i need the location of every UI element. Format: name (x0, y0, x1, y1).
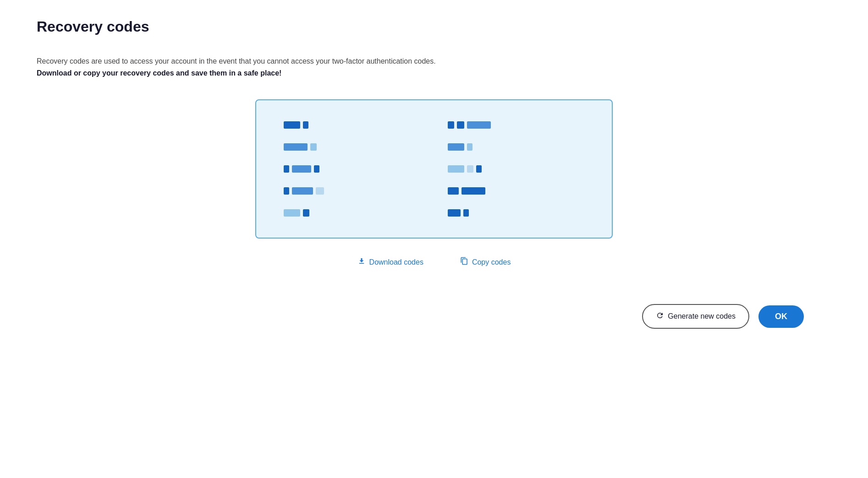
copy-codes-label: Copy codes (472, 258, 511, 266)
ok-button[interactable]: OK (758, 305, 804, 328)
code-row-4-right (448, 185, 584, 197)
code-actions: Download codes Copy codes (37, 257, 831, 267)
code-row-2-left (284, 141, 420, 153)
footer-actions: Generate new codes OK (37, 304, 831, 329)
download-codes-label: Download codes (369, 258, 423, 266)
code-row-4-left (284, 185, 420, 197)
code-row-3-left (284, 163, 420, 175)
code-row-5-right (448, 206, 584, 219)
download-icon (357, 257, 366, 267)
code-row-5-left (284, 206, 420, 219)
warning-text: Download or copy your recovery codes and… (37, 69, 831, 77)
refresh-icon (656, 311, 664, 321)
description-text: Recovery codes are used to access your a… (37, 57, 449, 65)
code-row-2-right (448, 141, 584, 153)
code-row-3-right (448, 163, 584, 175)
generate-new-codes-button[interactable]: Generate new codes (642, 304, 749, 329)
page-title: Recovery codes (37, 18, 831, 35)
code-row-1-right (448, 119, 584, 131)
generate-new-codes-label: Generate new codes (668, 312, 736, 320)
copy-icon (460, 257, 468, 267)
code-row-1-left (284, 119, 420, 131)
copy-codes-link[interactable]: Copy codes (460, 257, 511, 267)
download-codes-link[interactable]: Download codes (357, 257, 423, 267)
recovery-codes-box (255, 99, 613, 239)
